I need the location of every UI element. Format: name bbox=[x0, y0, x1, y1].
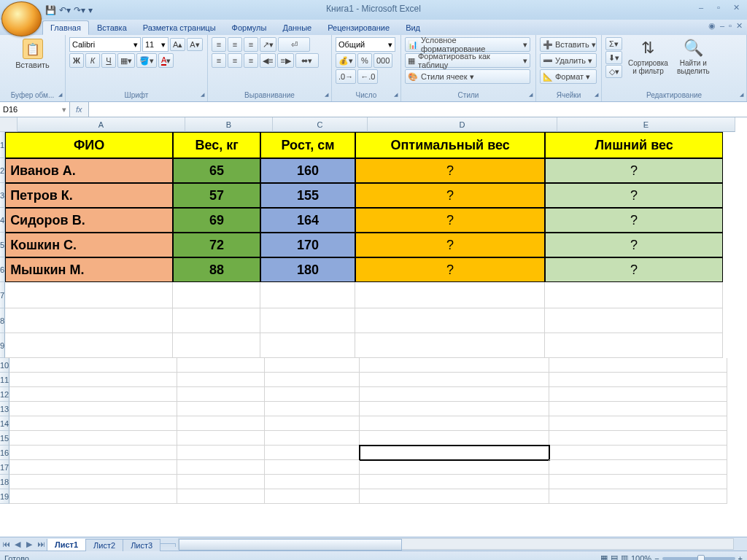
sheet-tab-3[interactable]: Лист3 bbox=[123, 539, 160, 551]
help-icon[interactable]: ◉ bbox=[708, 21, 716, 31]
prev-sheet-button[interactable]: ◀ bbox=[12, 538, 23, 550]
first-sheet-button[interactable]: ⏮ bbox=[0, 538, 12, 550]
restore-button[interactable]: ▫ bbox=[711, 1, 727, 13]
cell-a4[interactable]: Сидоров В. bbox=[5, 208, 173, 233]
last-sheet-button[interactable]: ⏭ bbox=[35, 538, 47, 550]
cell-c1[interactable]: Рост, см bbox=[260, 132, 355, 158]
cell-e5[interactable]: ? bbox=[545, 233, 723, 257]
row-header-3[interactable]: 3 bbox=[0, 183, 5, 208]
doc-minimize-button[interactable]: – bbox=[720, 21, 724, 31]
row-header-19[interactable]: 19 bbox=[0, 489, 9, 504]
minimize-button[interactable]: – bbox=[693, 1, 709, 13]
cell-e2[interactable]: ? bbox=[545, 158, 723, 183]
cell-a1[interactable]: ФИО bbox=[5, 132, 173, 158]
row-header-6[interactable]: 6 bbox=[0, 257, 5, 282]
new-sheet-button[interactable] bbox=[160, 543, 176, 547]
view-layout-icon[interactable]: ▤ bbox=[611, 553, 618, 560]
delete-cells-button[interactable]: ➖ Удалить ▾ bbox=[540, 53, 597, 68]
cell-d2[interactable]: ? bbox=[355, 158, 545, 183]
paste-button[interactable]: 📋 Вставить bbox=[4, 37, 61, 71]
cell-styles-button[interactable]: 🎨 Стили ячеек ▾ bbox=[405, 69, 530, 84]
name-box[interactable]: D16▾ bbox=[0, 102, 70, 117]
increase-indent-button[interactable]: ≡▶ bbox=[277, 53, 293, 68]
merge-button[interactable]: ⬌▾ bbox=[295, 53, 319, 68]
fill-color-button[interactable]: 🪣▾ bbox=[136, 53, 157, 68]
conditional-format-button[interactable]: 📊 Условное форматирование ▾ bbox=[405, 37, 530, 52]
row-header-2[interactable]: 2 bbox=[0, 158, 5, 183]
view-break-icon[interactable]: ▥ bbox=[621, 553, 628, 560]
row-header-12[interactable]: 12 bbox=[0, 387, 9, 402]
tab-data[interactable]: Данные bbox=[274, 20, 320, 35]
font-size-select[interactable]: 11▾ bbox=[142, 37, 169, 52]
tab-review[interactable]: Рецензирование bbox=[320, 20, 398, 35]
align-top-button[interactable]: ≡ bbox=[212, 37, 226, 52]
tab-view[interactable]: Вид bbox=[398, 20, 428, 35]
align-center-button[interactable]: ≡ bbox=[228, 53, 242, 68]
row-header-18[interactable]: 18 bbox=[0, 475, 9, 489]
col-header-a[interactable]: A bbox=[18, 117, 185, 132]
italic-button[interactable]: К bbox=[85, 53, 100, 68]
doc-close-button[interactable]: ✕ bbox=[736, 21, 743, 31]
cell-b4[interactable]: 69 bbox=[173, 208, 260, 233]
select-all-corner[interactable] bbox=[0, 117, 18, 132]
font-family-select[interactable]: Calibri▾ bbox=[69, 37, 141, 52]
col-header-d[interactable]: D bbox=[368, 117, 557, 132]
col-header-e[interactable]: E bbox=[557, 117, 735, 132]
next-sheet-button[interactable]: ▶ bbox=[23, 538, 35, 550]
cell-e4[interactable]: ? bbox=[545, 208, 723, 233]
find-select-button[interactable]: 🔍 Найти и выделить bbox=[674, 37, 713, 77]
border-button[interactable]: ▦▾ bbox=[117, 53, 135, 68]
increase-font-button[interactable]: A▴ bbox=[170, 38, 185, 51]
cell-d16[interactable] bbox=[360, 446, 549, 460]
row-header-14[interactable]: 14 bbox=[0, 416, 9, 431]
zoom-in-button[interactable]: + bbox=[738, 554, 743, 561]
cell-e3[interactable]: ? bbox=[545, 183, 723, 208]
cell-e6[interactable]: ? bbox=[545, 257, 723, 282]
row-header-1[interactable]: 1 bbox=[0, 132, 5, 158]
cell-c5[interactable]: 170 bbox=[260, 233, 355, 257]
cell-b5[interactable]: 72 bbox=[173, 233, 260, 257]
currency-button[interactable]: 💰▾ bbox=[336, 53, 356, 68]
office-button[interactable] bbox=[1, 1, 42, 36]
insert-cells-button[interactable]: ➕ Вставить ▾ bbox=[540, 37, 597, 52]
row-header-4[interactable]: 4 bbox=[0, 208, 5, 233]
tab-home[interactable]: Главная bbox=[42, 20, 89, 35]
tab-insert[interactable]: Вставка bbox=[89, 20, 135, 35]
col-header-c[interactable]: C bbox=[273, 117, 368, 132]
cell-b3[interactable]: 57 bbox=[173, 183, 260, 208]
zoom-level[interactable]: 100% bbox=[631, 554, 651, 561]
sheet-tab-2[interactable]: Лист2 bbox=[85, 539, 123, 551]
zoom-out-button[interactable]: − bbox=[654, 554, 659, 561]
clear-button[interactable]: ◇▾ bbox=[605, 65, 622, 78]
row-header-8[interactable]: 8 bbox=[0, 308, 5, 333]
row-header-15[interactable]: 15 bbox=[0, 431, 9, 446]
underline-button[interactable]: Ч bbox=[101, 53, 116, 68]
tab-formulas[interactable]: Формулы bbox=[224, 20, 275, 35]
cell-d3[interactable]: ? bbox=[355, 183, 545, 208]
decrease-decimal-button[interactable]: ←.0 bbox=[357, 69, 378, 84]
cell-a3[interactable]: Петров К. bbox=[5, 183, 173, 208]
cell-c4[interactable]: 164 bbox=[260, 208, 355, 233]
font-color-button[interactable]: A▾ bbox=[158, 53, 174, 68]
align-bottom-button[interactable]: ≡ bbox=[244, 37, 258, 52]
row-header-9[interactable]: 9 bbox=[0, 333, 5, 358]
row-header-16[interactable]: 16 bbox=[0, 446, 9, 460]
view-normal-icon[interactable]: ▦ bbox=[600, 553, 608, 560]
cell-e1[interactable]: Лишний вес bbox=[545, 132, 723, 158]
col-header-b[interactable]: B bbox=[185, 117, 273, 132]
autosum-button[interactable]: Σ▾ bbox=[605, 37, 622, 50]
cell-d4[interactable]: ? bbox=[355, 208, 545, 233]
row-header-10[interactable]: 10 bbox=[0, 358, 9, 373]
sort-filter-button[interactable]: ⇅ Сортировка и фильтр bbox=[625, 37, 671, 77]
row-header-5[interactable]: 5 bbox=[0, 233, 5, 257]
horizontal-scrollbar[interactable] bbox=[178, 538, 734, 550]
decrease-font-button[interactable]: A▾ bbox=[187, 38, 202, 51]
cell-a2[interactable]: Иванов А. bbox=[5, 158, 173, 183]
align-middle-button[interactable]: ≡ bbox=[228, 37, 242, 52]
cell-c3[interactable]: 155 bbox=[260, 183, 355, 208]
row-header-7[interactable]: 7 bbox=[0, 282, 5, 308]
row-header-17[interactable]: 17 bbox=[0, 460, 9, 475]
cell-c6[interactable]: 180 bbox=[260, 257, 355, 282]
close-button[interactable]: ✕ bbox=[728, 1, 744, 13]
cell-a6[interactable]: Мышкин М. bbox=[5, 257, 173, 282]
